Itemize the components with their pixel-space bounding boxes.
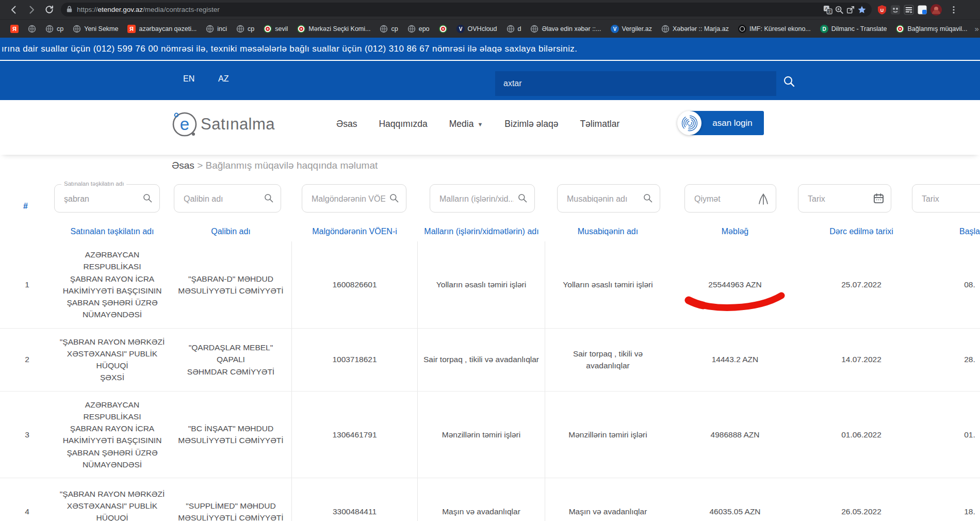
table-cell: Maşın və avadanlıqlar (418, 478, 545, 521)
emblem-icon (297, 25, 305, 33)
svg-text:U: U (880, 8, 884, 13)
dilmanc-icon: D (820, 25, 828, 33)
table-cell: Mənzillərin təmiri işləri (545, 392, 671, 478)
bookmark-item[interactable] (435, 23, 451, 35)
top-navbar: EN AZ (0, 60, 980, 100)
main-menu: ƏsasHaqqımızdaMedia▼Bizimlə əlaqəTəlimat… (336, 119, 619, 129)
bookmark-item[interactable]: d (502, 23, 526, 35)
filter-input-1[interactable] (183, 185, 261, 213)
table-cell: "QARDAŞLAR MEBEL" QAPALI SƏHMDAR CƏMİYYƏ… (170, 329, 291, 391)
filter-box-0: Satınalan təşkilatın adı (54, 184, 160, 213)
filter-input-2[interactable] (311, 185, 386, 213)
search-icon[interactable] (783, 75, 795, 90)
bookmark-label: OVHcloud (468, 25, 497, 32)
bookmark-item[interactable]: inci (202, 23, 231, 35)
site-header: e Satınalma ƏsasHaqqımızdaMedia▼Bizimlə … (0, 100, 980, 155)
table-cell: 4 (0, 478, 54, 521)
shield-ext-icon[interactable]: U (877, 5, 887, 15)
table-cell: 3300484411 (291, 478, 418, 521)
menu-item-biziml-laq-[interactable]: Bizimlə əlaqə (504, 119, 558, 129)
panel-ext-icon[interactable] (917, 5, 927, 15)
share-icon[interactable] (846, 5, 855, 14)
bookmark-item[interactable]: Я (6, 23, 23, 35)
globe-icon (661, 25, 669, 33)
filter-box-1 (174, 184, 281, 213)
table-cell: 25.07.2022 (799, 241, 923, 328)
filter-input-4[interactable] (566, 185, 640, 213)
ovh-icon: V (456, 25, 465, 33)
globe-icon (507, 25, 515, 33)
bookmark-label: cp (391, 25, 398, 32)
bookmark-item[interactable]: sevil (259, 23, 292, 35)
bookmark-item[interactable]: Əlavə edin xəbər ::... (526, 23, 605, 35)
search-icon (264, 193, 274, 203)
bookmarks-bar: ЯcpYeni SekmeЯazərbaycan qəzeti...incicp… (0, 19, 980, 38)
table-row: 3AZƏRBAYCAN RESPUBLİKASI ŞABRAN RAYON İC… (0, 392, 980, 479)
yandex-icon: Я (127, 25, 136, 33)
bookmark-item[interactable]: cp (375, 23, 402, 35)
satinalma-logo[interactable]: e Satınalma (172, 111, 275, 137)
dark-ext-icon[interactable] (890, 5, 901, 15)
site-search-input[interactable] (495, 71, 776, 96)
list-ext-icon[interactable] (904, 5, 914, 15)
bookmark-label: inci (217, 25, 227, 32)
bookmark-item[interactable]: Яazərbaycan qəzeti... (123, 23, 201, 35)
forward-icon[interactable] (23, 3, 40, 17)
bookmark-item[interactable]: epo (403, 23, 434, 35)
filter-input-6[interactable] (807, 185, 871, 213)
filter-input-5[interactable] (693, 185, 756, 213)
bookmark-item[interactable]: Yeni Sekme (69, 23, 122, 35)
filter-input-3[interactable] (438, 185, 515, 213)
menu-item-label: Əsas (336, 119, 357, 129)
back-icon[interactable] (5, 3, 23, 17)
bookmark-item[interactable]: Mərkəzi Seçki Komi... (293, 23, 374, 35)
lang-az-link[interactable]: AZ (218, 74, 228, 84)
table-body: 1AZƏRBAYCAN RESPUBLİKASI ŞABRAN RAYON İC… (0, 241, 980, 521)
bookmark-item[interactable]: VOVHcloud (452, 23, 501, 35)
filter-input-0[interactable] (63, 185, 140, 213)
filter-input-7[interactable] (921, 185, 980, 213)
zoom-icon[interactable] (835, 5, 844, 14)
search-icon (517, 193, 528, 203)
bookmark-label: Xəbərlər :: Marja.az (673, 25, 729, 32)
breadcrumb-separator: > (197, 160, 203, 171)
menu-item-t-limatlar[interactable]: Təlimatlar (580, 119, 619, 129)
star-icon[interactable] (857, 5, 867, 14)
breadcrumb-home-link[interactable]: Əsas (172, 160, 194, 171)
asan-login-button[interactable]: asan login (677, 111, 764, 135)
column-header: Məbləğ (671, 222, 799, 241)
bookmark-item[interactable] (24, 23, 40, 35)
bookmark-item[interactable]: IMF: Küresel ekono... (734, 23, 815, 35)
table-cell: "ŞABRAN RAYON MƏRKƏZİ XƏSTƏXANASI" PUBLİ… (54, 478, 170, 521)
globe-icon (73, 25, 81, 33)
menu-item-media[interactable]: Media▼ (449, 119, 483, 129)
reload-icon[interactable] (40, 3, 58, 17)
banner-text: ırına dair suallar üçün (012) 599 76 00 … (0, 44, 577, 54)
globe-icon (407, 25, 416, 33)
avatar[interactable] (927, 3, 945, 17)
bookmark-item[interactable]: cp (41, 23, 68, 35)
bookmarks-overflow-chevron[interactable]: » (973, 24, 980, 33)
table-cell: Sair torpaq , tikili və avadanlıqlar (545, 329, 671, 391)
menu-item-haqq-m-zda[interactable]: Haqqımızda (379, 119, 427, 129)
breadcrumb-current: Bağlanmış müqavilə haqqında məlumat (206, 160, 378, 171)
filter-box-4 (557, 184, 660, 213)
column-header: Satınalan təşkilatın adı (54, 222, 170, 241)
asan-login-label: asan login (712, 118, 753, 128)
kebab-menu-icon[interactable] (945, 3, 962, 17)
bookmark-item[interactable]: DDilmanc - Translate (816, 23, 891, 35)
bookmark-item[interactable]: cp (232, 23, 258, 35)
bookmark-item[interactable]: Xəbərlər :: Marja.az (657, 23, 733, 35)
url-bar[interactable]: https://etender.gov.az/media/contracts-r… (61, 3, 872, 17)
globe-icon (236, 25, 244, 33)
menu-item--sas[interactable]: Əsas (336, 119, 357, 129)
bookmark-item[interactable]: VVergiler.az (607, 23, 656, 35)
browser-toolbar: https://etender.gov.az/media/contracts-r… (0, 0, 980, 19)
bookmark-item[interactable]: Bağlanmış müqavil... (892, 23, 971, 35)
lock-icon[interactable] (66, 5, 73, 14)
lang-en-link[interactable]: EN (183, 74, 194, 84)
table-cell: 14443.2 AZN (671, 329, 799, 391)
svg-text:V: V (459, 26, 462, 32)
emblem-icon (896, 25, 904, 33)
translate-icon[interactable]: A文 (823, 5, 832, 14)
